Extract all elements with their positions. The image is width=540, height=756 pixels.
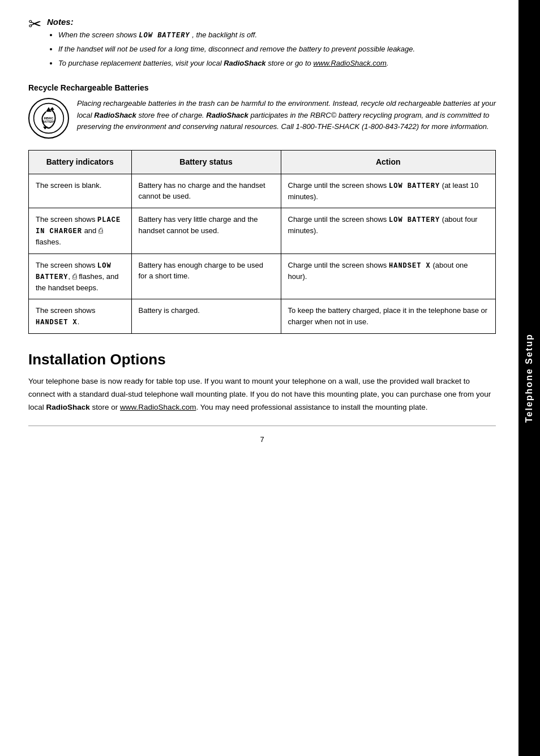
- table-cell-status-4: Battery is charged.: [131, 299, 281, 334]
- table-cell-status-3: Battery has enough charge to be used for…: [131, 254, 281, 299]
- page: ✂ Notes: When the screen shows LOW BATTE…: [0, 0, 540, 756]
- table-row: The screen shows LOW BATTERY, ⎙ flashes,…: [29, 254, 496, 299]
- table-cell-indicator-4: The screen shows HANDSET X.: [29, 299, 132, 334]
- handset-x-mono-indicator4: HANDSET X: [36, 319, 78, 327]
- notes-item-2: If the handset will not be used for a lo…: [58, 44, 415, 55]
- notes-item-1: When the screen shows LOW BATTERY , the …: [58, 29, 415, 41]
- notes-list: When the screen shows LOW BATTERY , the …: [47, 29, 415, 70]
- sidebar: Telephone Setup: [518, 0, 540, 756]
- table-header-action: Action: [281, 150, 496, 174]
- sidebar-label: Telephone Setup: [524, 333, 534, 423]
- radioshack-link-2[interactable]: www.RadioShack.com: [120, 403, 196, 411]
- table-cell-action-1: Charge until the screen shows LOW BATTER…: [281, 174, 496, 208]
- table-row: The screen shows PLACE IN CHARGER and ⎙ …: [29, 208, 496, 254]
- table-row: The screen shows HANDSET X. Battery is c…: [29, 299, 496, 334]
- recycle-body: RBRC BATTERY Placing rechargeable batter…: [28, 98, 496, 139]
- notes-section: ✂ Notes: When the screen shows LOW BATTE…: [28, 17, 496, 72]
- table-cell-action-3: Charge until the screen shows HANDSET X …: [281, 254, 496, 299]
- table-cell-indicator-1: The screen is blank.: [29, 174, 132, 208]
- installation-section: Installation Options Your telephone base…: [28, 351, 496, 414]
- table-header-status: Battery status: [131, 150, 281, 174]
- table-cell-status-1: Battery has no charge and the handset ca…: [131, 174, 281, 208]
- low-battery-mono-indicator3: LOW BATTERY: [36, 262, 112, 281]
- svg-text:RBRC: RBRC: [44, 116, 54, 119]
- svg-text:BATTERY: BATTERY: [43, 121, 55, 123]
- notes-icon: ✂: [28, 15, 41, 72]
- recycle-title: Recycle Rechargeable Batteries: [28, 83, 496, 92]
- table-cell-indicator-3: The screen shows LOW BATTERY, ⎙ flashes,…: [29, 254, 132, 299]
- installation-text: Your telephone base is now ready for tab…: [28, 375, 496, 414]
- low-battery-mono-action2: LOW BATTERY: [389, 216, 440, 224]
- main-content: ✂ Notes: When the screen shows LOW BATTE…: [0, 0, 518, 756]
- recycle-text: Placing rechargeable batteries in the tr…: [77, 98, 496, 133]
- notes-content: Notes: When the screen shows LOW BATTERY…: [47, 17, 415, 72]
- table-cell-status-2: Battery has very little charge and the h…: [131, 208, 281, 254]
- installation-title: Installation Options: [28, 351, 496, 368]
- radioshack-link[interactable]: www.RadioShack.com: [313, 59, 386, 67]
- table-cell-action-4: To keep the battery charged, place it in…: [281, 299, 496, 334]
- page-footer: 7: [28, 426, 496, 449]
- notes-item-3: To purchase replacement batteries, visit…: [58, 58, 415, 70]
- handset-x-mono-action3: HANDSET X: [389, 262, 431, 270]
- notes-title: Notes:: [47, 17, 415, 27]
- recycle-section: Recycle Rechargeable Batteries: [28, 83, 496, 139]
- recycle-logo: RBRC BATTERY: [28, 98, 69, 139]
- table-row: The screen is blank. Battery has no char…: [29, 174, 496, 208]
- page-number: 7: [260, 435, 264, 444]
- low-battery-mono-action1: LOW BATTERY: [389, 182, 440, 190]
- table-header-indicators: Battery indicators: [29, 150, 132, 174]
- low-battery-mono-1: LOW BATTERY: [139, 32, 190, 40]
- recycle-logo-svg: RBRC BATTERY: [29, 102, 68, 134]
- place-in-charger-mono: PLACE IN CHARGER: [36, 216, 121, 235]
- table-header-row: Battery indicators Battery status Action: [29, 150, 496, 174]
- table-cell-indicator-2: The screen shows PLACE IN CHARGER and ⎙ …: [29, 208, 132, 254]
- battery-table: Battery indicators Battery status Action…: [28, 150, 496, 334]
- table-cell-action-2: Charge until the screen shows LOW BATTER…: [281, 208, 496, 254]
